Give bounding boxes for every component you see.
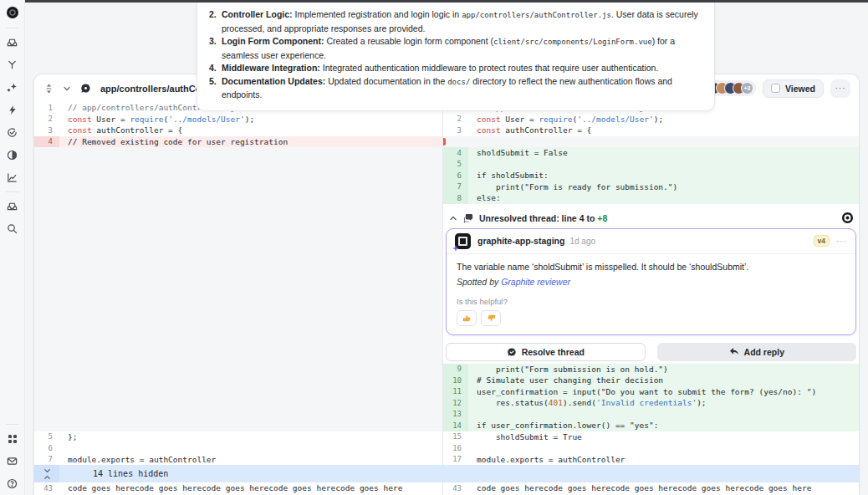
line-number[interactable]: 5	[443, 159, 468, 171]
grid-icon[interactable]	[0, 427, 25, 450]
branch-merge-icon[interactable]	[0, 54, 25, 76]
line-number[interactable]: 7	[34, 454, 59, 466]
line-number[interactable]: 14	[443, 420, 468, 431]
bolt-icon[interactable]	[0, 99, 25, 121]
line-number[interactable]: 11	[443, 386, 468, 398]
hidden-lines-bar[interactable]: 14 lines hidden	[34, 465, 859, 482]
thumb-up-button[interactable]	[457, 310, 477, 326]
code-text: res.status(401).send('Invalid credential…	[468, 397, 859, 409]
diff-line: 12 res.status(401).send('Invalid credent…	[443, 397, 859, 409]
line-number[interactable]: 43	[34, 482, 59, 494]
line-number[interactable]: 6	[443, 170, 468, 181]
target-icon[interactable]	[842, 212, 853, 223]
item-text: Integrated authentication middleware to …	[320, 63, 659, 73]
line-number[interactable]: 8	[443, 192, 468, 204]
file-more-button[interactable]: ···	[830, 79, 850, 98]
diff-line: 3const authController = {	[34, 125, 442, 136]
line-number[interactable]: 9	[443, 364, 468, 375]
code-text: const authController = {	[59, 125, 442, 136]
line-number[interactable]: 5	[34, 431, 59, 443]
expand-vertical-icon[interactable]	[44, 84, 54, 94]
version-badge[interactable]: v4	[814, 235, 830, 247]
chevron-up-icon[interactable]	[449, 214, 457, 222]
avatar-overflow-badge: +3	[741, 82, 753, 94]
comment-text: The variable name ‘sholdSubmit’ is missp…	[457, 262, 845, 272]
line-number[interactable]: 13	[443, 409, 468, 421]
review-thread: Unresolved thread: line 4 to +8 graphite…	[443, 204, 859, 364]
code-text: const User = require('../models/User');	[59, 114, 442, 125]
line-number[interactable]: 3	[443, 125, 468, 136]
reply-arrow-icon	[729, 347, 739, 356]
line-number[interactable]: 15	[443, 431, 468, 443]
inline-code: docs/	[447, 78, 470, 86]
summary-item: 5. Documentation Updates: Updated docume…	[209, 75, 701, 102]
window-top-edge	[25, 0, 868, 3]
graphite-logo-icon[interactable]	[0, 0, 25, 25]
chevron-up-icon	[43, 474, 51, 480]
inline-code: app/controllers/authController.js	[462, 11, 611, 19]
sparkles-icon[interactable]	[0, 76, 25, 99]
diff-line: 2const User = require('../models/User');	[443, 114, 859, 125]
line-number[interactable]: 17	[443, 454, 468, 466]
expand-hidden-gutter[interactable]	[34, 465, 59, 482]
item-label: Controller Logic:	[222, 9, 293, 19]
mail-icon[interactable]	[0, 450, 25, 472]
resolve-thread-button[interactable]: Resolve thread	[446, 343, 646, 361]
resolve-label: Resolve thread	[522, 347, 585, 357]
comment-bubble-icon[interactable]	[80, 83, 91, 94]
item-text: Updated documentation in the	[325, 76, 447, 86]
search-icon[interactable]	[0, 217, 25, 240]
line-number[interactable]: 16	[443, 442, 468, 454]
comment-more-button[interactable]: ···	[836, 237, 847, 246]
line-number[interactable]: 2	[34, 114, 59, 125]
thumb-down-button[interactable]	[481, 310, 501, 326]
comment-author[interactable]: graphite-app-staging	[477, 236, 564, 246]
viewed-label: Viewed	[785, 84, 815, 94]
line-number[interactable]: 1	[34, 102, 59, 114]
code-text: sholdSubmit = False	[468, 147, 859, 159]
chevron-down-icon[interactable]	[63, 84, 71, 93]
sync-check-icon[interactable]	[0, 121, 25, 144]
diff-rows: 1// app/controllers/authController.js2co…	[443, 102, 859, 204]
line-number[interactable]: 4	[34, 136, 59, 148]
line-number[interactable]: 43	[443, 482, 468, 494]
line-number[interactable]: 12	[443, 397, 468, 409]
comment-timestamp: 1d ago	[569, 237, 595, 246]
rail-divider	[6, 424, 19, 425]
code-text: module.exports = authController	[468, 454, 859, 466]
code-text: user_confirmation = input("Do you want t…	[468, 386, 859, 398]
contrast-icon[interactable]	[0, 144, 25, 166]
item-label: Login Form Component:	[222, 36, 324, 46]
diff-line: 3const authController = {	[443, 125, 859, 136]
thread-header[interactable]: Unresolved thread: line 4 to +8	[446, 210, 856, 227]
comment-card: graphite-app-staging 1d ago v4 ··· The v…	[446, 228, 856, 335]
viewed-checkbox[interactable]	[771, 84, 780, 93]
code-text: print("Form submission is on hold.")	[468, 364, 859, 375]
chart-line-icon[interactable]	[0, 166, 25, 189]
viewed-button[interactable]: Viewed	[763, 79, 824, 98]
diff-line: 11user_confirmation = input("Do you want…	[443, 386, 859, 398]
line-number[interactable]: 6	[34, 442, 59, 454]
code-text: # Simulate user changing their decision	[468, 375, 859, 386]
help-icon[interactable]	[0, 472, 25, 495]
bot-avatar	[455, 233, 471, 249]
line-number[interactable]: 2	[443, 114, 468, 125]
diff-line: 7 print("Form is ready for submission.")	[443, 181, 859, 193]
code-text: sholdSubmit = True	[468, 431, 859, 443]
inbox-secondary-icon[interactable]	[0, 195, 25, 217]
inbox-icon[interactable]	[0, 31, 25, 54]
diff-line: 6if sholdSubmit:	[443, 170, 859, 181]
thread-line-range: +8	[597, 213, 607, 223]
add-reply-button[interactable]: Add reply	[657, 343, 857, 361]
line-number[interactable]: 3	[34, 125, 59, 136]
graphite-reviewer-link[interactable]: Graphite reviewer	[501, 277, 570, 287]
code-text: const authController = {	[468, 125, 859, 136]
line-number[interactable]: 7	[443, 181, 468, 193]
diff-line: 16	[443, 442, 859, 454]
code-text: module.exports = authController	[59, 454, 442, 466]
line-number[interactable]: 4	[443, 147, 468, 159]
diff-pane-new: 1// app/controllers/authController.js2co…	[443, 102, 859, 465]
line-number[interactable]: 10	[443, 375, 468, 386]
split-diff-bottom: 43 code goes herecode goes herecode goes…	[34, 482, 859, 495]
code-text	[468, 442, 859, 454]
